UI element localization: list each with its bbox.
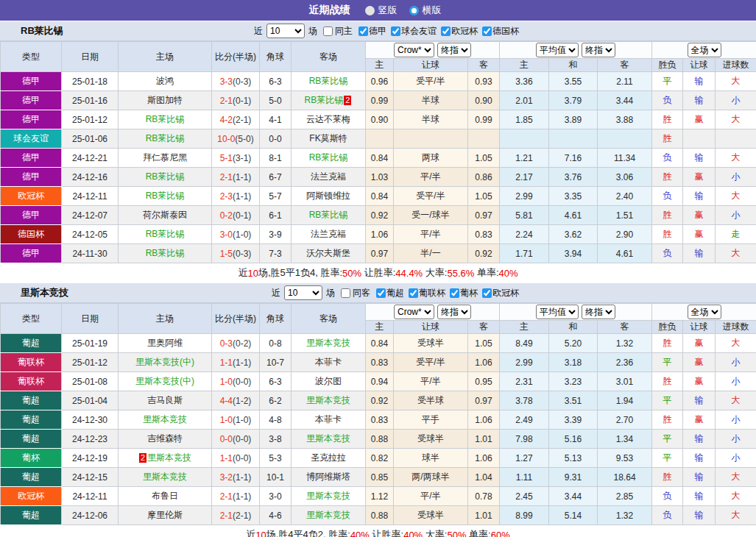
full-time-score: 4-4: [220, 396, 233, 406]
handicap-away-odds: 1.06: [468, 353, 500, 372]
league-filter-checkbox[interactable]: [391, 26, 400, 36]
match-date: 24-12-07: [62, 206, 119, 225]
sub-column-header: 客: [598, 59, 652, 72]
handicap-away-odds: 1.05: [468, 334, 500, 353]
result-handicap: 输: [683, 430, 716, 449]
league-filter-checkbox[interactable]: [376, 288, 386, 298]
radio-selected-icon[interactable]: [409, 6, 419, 15]
score: 2-1(1-1): [212, 168, 260, 187]
league-filter-checkbox[interactable]: [482, 26, 492, 36]
avg-home-odds: 3.36: [500, 72, 549, 91]
league-filter-checkbox[interactable]: [358, 26, 368, 36]
league-filter-label: 德国杯: [492, 25, 519, 38]
same-venue-checkbox[interactable]: [323, 26, 333, 36]
match-date: 24-12-06: [62, 506, 119, 525]
league-badge: 欧冠杯: [1, 187, 62, 206]
radio-unselected-icon[interactable]: [365, 6, 375, 15]
handicap-home-odds: 0.97: [366, 244, 394, 263]
handicap-line: 平/半: [394, 168, 468, 187]
corners: 6-3: [260, 72, 292, 91]
bookmaker-stage-select[interactable]: 终指: [437, 43, 471, 57]
handicap-line: 受平/半: [394, 72, 468, 91]
half-time-score: (5-0): [235, 134, 253, 144]
sub-column-header: 主: [500, 59, 549, 72]
result-outcome: 胜: [652, 372, 683, 391]
average-stage-select[interactable]: 终指: [582, 305, 615, 319]
corners: 10-1: [260, 468, 292, 487]
layout-option-horizontal[interactable]: 横版: [409, 4, 442, 17]
handicap-line: 受半球: [394, 391, 468, 410]
recent-count-select[interactable]: 10: [284, 285, 322, 300]
avg-draw-odds: 3.89: [549, 110, 598, 129]
result-outcome: 平: [652, 449, 683, 468]
avg-home-odds: 1.11: [500, 468, 549, 487]
score: 2-1(0-1): [212, 91, 260, 110]
away-team: 里斯本竞技: [292, 430, 366, 449]
layout-option-vertical[interactable]: 竖版: [365, 4, 398, 17]
bookmaker-select[interactable]: Crow*: [394, 43, 434, 57]
away-team: 波尔图: [292, 372, 366, 391]
radio-label-horizontal: 横版: [423, 4, 442, 17]
same-venue-checkbox[interactable]: [341, 288, 350, 298]
home-team: 里斯本竞技: [119, 410, 212, 430]
avg-draw-odds: 5.20: [549, 334, 598, 353]
avg-home-odds: 2.99: [500, 353, 549, 372]
section-summary: 近10场,胜5平1负4, 胜率:50% 让胜率:44.4% 大率:55.6% 单…: [0, 263, 756, 282]
league-filter-checkbox[interactable]: [482, 288, 492, 298]
result-outcome: 胜: [652, 129, 683, 149]
team-label: 本菲卡: [315, 414, 342, 424]
result-outcome: 胜: [652, 468, 683, 487]
half-time-score: (0-1): [233, 96, 251, 106]
handicap-line: 平/半: [394, 372, 468, 391]
result-goals: 大: [716, 487, 756, 506]
team-label: RB莱比锡: [309, 210, 348, 220]
handicap-home-odds: 0.88: [366, 430, 394, 449]
scope-select[interactable]: 全场: [688, 43, 721, 57]
result-goals: 小: [716, 168, 756, 187]
handicap-home-odds: 0.92: [366, 391, 394, 410]
half-time-score: (0-0): [233, 377, 251, 387]
league-filter-checkbox[interactable]: [441, 26, 451, 36]
team-label: 里斯本竞技: [147, 452, 191, 463]
handicap-home-odds: 1.12: [366, 487, 394, 506]
average-header-cell: 平均值终指: [500, 42, 652, 59]
full-time-score: 0-2: [220, 210, 233, 221]
average-select[interactable]: 平均值: [536, 305, 579, 319]
handicap-line: 受平/半: [394, 187, 468, 206]
team-label: 博阿维斯塔: [306, 472, 350, 482]
league-filter-checkbox[interactable]: [450, 288, 459, 298]
bookmaker-header-cell: Crow*终指: [366, 42, 500, 59]
average-stage-select[interactable]: 终指: [582, 43, 615, 57]
match-row: 德甲24-12-16RB莱比锡2-1(1-1)6-7法兰克福1.03平/半0.8…: [1, 168, 756, 187]
league-filter-checkbox[interactable]: [409, 288, 418, 298]
away-team: 圣克拉拉: [292, 449, 366, 468]
handicap-line: [394, 129, 468, 149]
scope-select[interactable]: 全场: [688, 305, 721, 319]
score: 2-1(1-1): [212, 487, 260, 506]
bookmaker-stage-select[interactable]: 终指: [437, 305, 471, 319]
home-team: 布鲁日: [119, 487, 212, 506]
avg-draw-odds: 5.13: [549, 449, 598, 468]
bookmaker-select[interactable]: Crow*: [394, 305, 434, 319]
result-outcome: 平: [652, 391, 683, 410]
result-outcome: 负: [652, 91, 683, 110]
corners: 4-8: [260, 410, 292, 430]
avg-draw-odds: 3.79: [549, 91, 598, 110]
match-date: 24-12-11: [62, 187, 119, 206]
recent-count-select[interactable]: 10: [266, 24, 305, 38]
match-row: 葡超25-01-19里奥阿维0-3(0-2)0-8里斯本竞技0.84受球半1.0…: [1, 334, 756, 353]
team-label: 本菲卡: [315, 357, 342, 367]
average-select[interactable]: 平均值: [536, 43, 579, 57]
result-handicap: 输: [683, 506, 716, 525]
result-goals: 大: [716, 391, 756, 410]
avg-home-odds: 5.81: [500, 206, 549, 225]
team-label: RB莱比锡: [146, 133, 185, 143]
title-bar: 近期战绩 竖版 横版: [0, 0, 756, 21]
matches-table: 类型日期主场比分(半场)角球客场Crow*终指平均值终指全场主让球客主和客胜负让…: [0, 303, 756, 525]
team-label: RB莱比锡: [309, 76, 348, 86]
score: 1-5(0-3): [212, 244, 260, 263]
handicap-line: 平/半: [394, 487, 468, 506]
score: 4-2(2-1): [212, 110, 260, 129]
corners: 4-6: [260, 506, 292, 525]
home-team: RB莱比锡: [119, 244, 212, 263]
